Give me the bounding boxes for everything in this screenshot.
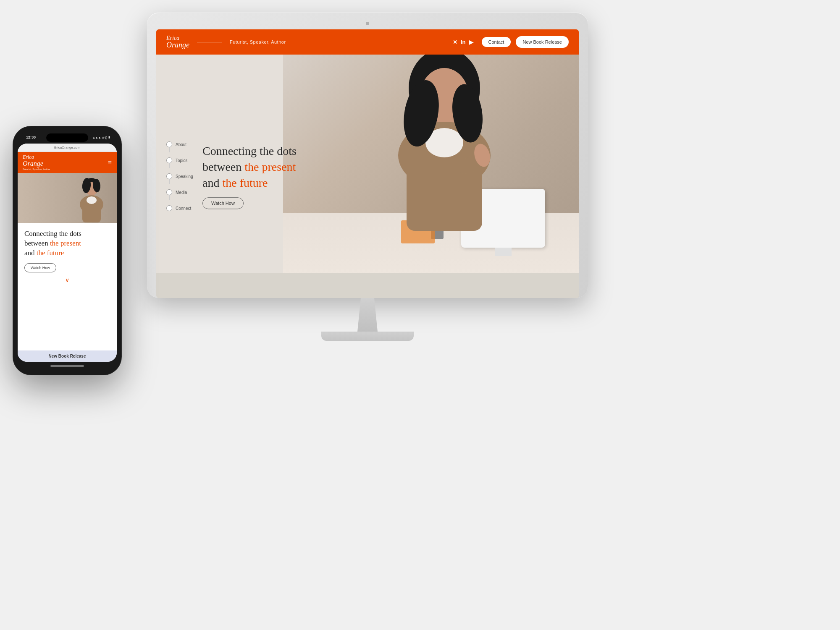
watch-how-button-desktop[interactable]: Watch How — [202, 198, 244, 209]
monitor-stand-neck — [351, 298, 384, 332]
sidebar-label-topics: Topics — [176, 158, 187, 163]
url-bar[interactable]: EricaOrange.com — [18, 144, 117, 152]
phone-chevron-icon: ∨ — [24, 277, 110, 284]
sidebar-label-media: Media — [176, 190, 187, 195]
desktop-navbar: Erica Orange Futurist, Speaker, Author ✕… — [156, 29, 579, 55]
headline-part2: between — [202, 160, 244, 173]
phone-frame: 12:30 ▲▲▲ ((·)) ▮ EricaOrange.com Erica … — [13, 126, 122, 375]
phone-hero-image — [18, 173, 117, 223]
sidebar-dot-about — [166, 141, 172, 147]
phone-logo: Erica Orange — [23, 154, 50, 167]
sidebar-item-connect[interactable]: Connect — [166, 200, 193, 216]
mobile-phone: 12:30 ▲▲▲ ((·)) ▮ EricaOrange.com Erica … — [13, 126, 122, 375]
wifi-icon: ((·)) — [102, 136, 107, 139]
sidebar-item-media[interactable]: Media — [166, 184, 193, 200]
nav-right: ✕ in ▶ Contact New Book Release — [453, 36, 569, 48]
youtube-icon[interactable]: ▶ — [469, 39, 473, 45]
headline-part1: Connecting the dots — [202, 144, 297, 157]
sidebar-dot-topics — [166, 157, 172, 163]
phone-headline-accent2: the future — [37, 249, 64, 257]
phone-logo-orange: Orange — [23, 160, 50, 167]
x-icon[interactable]: ✕ — [453, 39, 457, 45]
phone-home-bar — [50, 365, 84, 367]
monitor-screen: Erica Orange Futurist, Speaker, Author ✕… — [156, 29, 579, 298]
hero-bottom-strip — [156, 273, 579, 298]
logo-orange: Orange — [166, 41, 189, 49]
hero-background — [283, 55, 579, 298]
phone-navbar: Erica Orange Futurist, Speaker, Author ≡ — [18, 152, 117, 173]
desktop-tagline: Futurist, Speaker, Author — [230, 39, 286, 44]
phone-headline: Connecting the dots between the present … — [24, 229, 110, 258]
sidebar-label-speaking: Speaking — [176, 174, 193, 179]
sidebar-label-connect: Connect — [176, 206, 191, 211]
monitor-frame: Erica Orange Futurist, Speaker, Author ✕… — [147, 13, 588, 298]
sidebar-item-speaking[interactable]: Speaking — [166, 168, 193, 184]
linkedin-icon[interactable]: in — [461, 39, 466, 45]
phone-status-bar: 12:30 ▲▲▲ ((·)) ▮ — [18, 131, 117, 144]
phone-headline-part1: Connecting the dots — [24, 230, 81, 238]
desktop-hero: About Topics Speaking Media — [156, 55, 579, 298]
phone-woman-figure — [71, 177, 113, 223]
desktop-monitor: Erica Orange Futurist, Speaker, Author ✕… — [147, 13, 588, 341]
desktop-sidebar-nav: About Topics Speaking Media — [166, 136, 193, 216]
url-text: EricaOrange.com — [54, 146, 80, 149]
phone-content: Connecting the dots between the present … — [18, 223, 117, 291]
svg-point-15 — [87, 196, 97, 204]
monitor-stand-base — [321, 332, 414, 341]
hero-content: Connecting the dots between the present … — [202, 143, 297, 209]
phone-logo-erica: Erica — [23, 154, 50, 160]
desktop-logo: Erica Orange Futurist, Speaker, Author — [166, 35, 286, 49]
new-book-bar[interactable]: New Book Release — [18, 350, 117, 362]
sidebar-dot-speaking — [166, 173, 172, 179]
phone-headline-part3: and — [24, 249, 37, 257]
social-icons: ✕ in ▶ — [453, 39, 473, 45]
headline-accent1: the present — [244, 160, 296, 173]
battery-icon: ▮ — [108, 136, 110, 139]
phone-tagline: Futurist, Speaker, Author — [23, 168, 50, 170]
phone-headline-part2: between — [24, 239, 50, 247]
sidebar-dot-media — [166, 189, 172, 195]
new-book-button[interactable]: New Book Release — [516, 36, 569, 48]
phone-screen: EricaOrange.com Erica Orange Futurist, S… — [18, 144, 117, 362]
woman-figure — [352, 55, 528, 264]
logo-erica: Erica — [166, 35, 189, 41]
logo-divider — [197, 42, 222, 42]
sidebar-item-topics[interactable]: Topics — [166, 152, 193, 168]
sidebar-dot-connect — [166, 205, 172, 211]
headline-accent2: the future — [222, 176, 268, 189]
hero-headline: Connecting the dots between the present … — [202, 143, 297, 191]
hamburger-menu-icon[interactable]: ≡ — [108, 159, 112, 166]
contact-button[interactable]: Contact — [482, 37, 511, 47]
phone-home-indicator — [18, 362, 117, 370]
headline-part3: and — [202, 176, 222, 189]
phone-headline-accent1: the present — [50, 239, 81, 247]
monitor-camera — [366, 22, 369, 25]
logo-mark: Erica Orange — [166, 35, 189, 49]
watch-how-button-mobile[interactable]: Watch How — [24, 263, 56, 272]
phone-time: 12:30 — [26, 135, 36, 139]
svg-rect-14 — [82, 201, 101, 222]
phone-logo-area: Erica Orange Futurist, Speaker, Author — [23, 154, 50, 171]
sidebar-label-about: About — [176, 142, 186, 147]
sidebar-item-about[interactable]: About — [166, 136, 193, 152]
signal-icon: ▲▲▲ — [92, 136, 101, 139]
phone-status-icons: ▲▲▲ ((·)) ▮ — [92, 136, 110, 139]
